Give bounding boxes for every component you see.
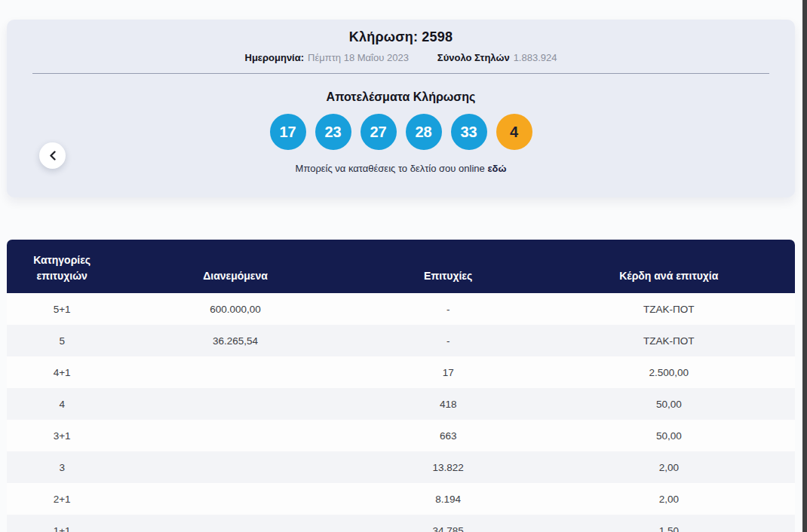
column-header: Κατηγορίες επιτυχιών [7,240,117,293]
cell-winners: 663 [354,420,543,451]
cell-payout: ΤΖΑΚ-ΠΟΤ [543,293,795,325]
cell-payout: 2,00 [543,451,795,483]
prize-table-grid: Κατηγορίες επιτυχιώνΔιανεμόμεναΕπιτυχίες… [7,240,795,532]
cell-winners: - [354,293,543,325]
column-header: Διανεμόμενα [117,240,354,293]
submit-online-link[interactable]: εδώ [487,163,506,174]
cell-payout: 50,00 [543,388,795,420]
cell-payout: 1,50 [543,515,795,532]
table-row: 4+1172.500,00 [7,356,795,388]
table-row: 1+134.7851,50 [7,515,795,532]
card-divider [32,73,769,74]
draw-summary-card: Κλήρωση: 2598 Ημερομηνία:Πέμπτη 18 Μαΐου… [7,20,795,197]
cell-winners: 13.822 [354,451,543,483]
cell-winners: 8.194 [354,483,543,515]
draw-date: Ημερομηνία:Πέμπτη 18 Μαΐου 2023 [245,52,409,63]
table-row: 536.265,54-ΤΖΑΚ-ΠΟΤ [7,325,795,356]
cell-category: 1+1 [7,515,117,532]
draw-date-value: Πέμπτη 18 Μαΐου 2023 [308,52,409,63]
cell-category: 2+1 [7,483,117,515]
cell-distributed [117,388,354,420]
draw-title: Κλήρωση: 2598 [7,20,795,45]
total-columns-label: Σύνολο Στηλών [437,52,510,63]
cell-payout: 2,00 [543,483,795,515]
total-columns: Σύνολο Στηλών1.883.924 [437,52,557,63]
cell-category: 4 [7,388,117,420]
table-row: 441850,00 [7,388,795,420]
cell-category: 3 [7,451,117,483]
cell-winners: 34.785 [354,515,543,532]
total-columns-value: 1.883.924 [514,52,557,63]
cell-distributed [117,420,354,451]
prize-table: Κατηγορίες επιτυχιώνΔιανεμόμεναΕπιτυχίες… [7,240,795,532]
cell-payout: 2.500,00 [543,356,795,388]
winning-number-ball: 28 [406,114,442,150]
previous-draw-button[interactable] [39,142,66,169]
winning-number-ball: 23 [315,114,351,150]
winning-number-ball: 17 [270,114,306,150]
winning-number-ball: 33 [451,114,487,150]
cell-distributed [117,515,354,532]
cell-winners: - [354,325,543,356]
column-header: Κέρδη ανά επιτυχία [543,240,795,293]
results-heading: Αποτελέσματα Κλήρωσης [7,90,795,104]
scrollbar[interactable] [802,0,807,532]
prize-table-head: Κατηγορίες επιτυχιώνΔιανεμόμεναΕπιτυχίες… [7,240,795,293]
winning-numbers: 17232728334 [7,114,795,150]
cell-distributed: 600.000,00 [117,293,354,325]
cell-category: 5 [7,325,117,356]
bonus-number-ball: 4 [496,114,532,150]
cell-winners: 418 [354,388,543,420]
column-header: Επιτυχίες [354,240,543,293]
table-row: 3+166350,00 [7,420,795,451]
table-row: 313.8222,00 [7,451,795,483]
cell-category: 5+1 [7,293,117,325]
draw-date-label: Ημερομηνία: [245,52,305,63]
cell-payout: ΤΖΑΚ-ΠΟΤ [543,325,795,356]
table-row: 2+18.1942,00 [7,483,795,515]
chevron-left-icon [49,151,56,161]
cell-distributed: 36.265,54 [117,325,354,356]
cell-winners: 17 [354,356,543,388]
cell-category: 3+1 [7,420,117,451]
prize-table-head-row: Κατηγορίες επιτυχιώνΔιανεμόμεναΕπιτυχίες… [7,240,795,293]
draw-meta-row: Ημερομηνία:Πέμπτη 18 Μαΐου 2023 Σύνολο Σ… [7,52,795,63]
cell-payout: 50,00 [543,420,795,451]
cell-category: 4+1 [7,356,117,388]
cell-distributed [117,356,354,388]
prize-table-body: 5+1600.000,00-ΤΖΑΚ-ΠΟΤ536.265,54-ΤΖΑΚ-ΠΟ… [7,293,795,532]
submit-online-text-body: Μπορείς να καταθέσεις το δελτίο σου onli… [296,163,485,174]
submit-online-text: Μπορείς να καταθέσεις το δελτίο σου onli… [7,163,795,174]
cell-distributed [117,451,354,483]
table-row: 5+1600.000,00-ΤΖΑΚ-ΠΟΤ [7,293,795,325]
winning-number-ball: 27 [361,114,397,150]
cell-distributed [117,483,354,515]
